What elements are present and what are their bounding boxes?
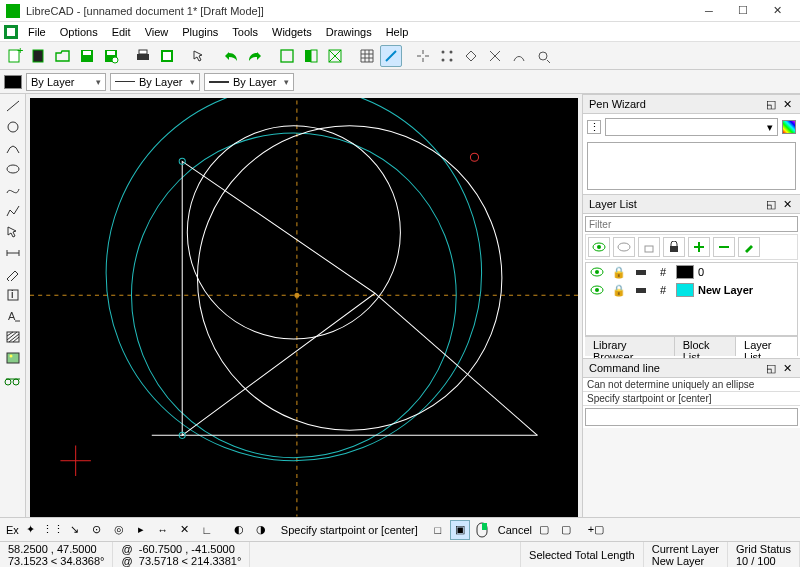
edit-layer-icon[interactable] — [738, 237, 760, 257]
menu-plugins[interactable]: Plugins — [176, 24, 224, 40]
color-swatch[interactable] — [4, 75, 22, 89]
lock-icon[interactable]: 🔒 — [610, 264, 628, 280]
snap-mid-button[interactable] — [484, 45, 506, 67]
menu-edit[interactable]: Edit — [106, 24, 137, 40]
print-preview-button[interactable] — [156, 45, 178, 67]
modify-tool[interactable] — [2, 264, 24, 284]
close-icon[interactable]: ✕ — [780, 197, 794, 211]
zoom-pan-button[interactable] — [300, 45, 322, 67]
show-all-icon[interactable] — [588, 237, 610, 257]
new-button[interactable]: + — [4, 45, 26, 67]
menu-widgets[interactable]: Widgets — [266, 24, 318, 40]
pen-color-combo[interactable]: ▾ — [605, 118, 778, 136]
restrict-ortho-icon[interactable]: ◑ — [251, 520, 271, 540]
snap-int-button[interactable] — [532, 45, 554, 67]
command-input[interactable] — [585, 408, 798, 426]
pen-wizard-text[interactable] — [587, 142, 796, 190]
snap-grid-button[interactable] — [436, 45, 458, 67]
draft-mode-button[interactable] — [380, 45, 402, 67]
maximize-button[interactable]: ☐ — [726, 0, 760, 22]
spline-tool[interactable] — [2, 180, 24, 200]
undock-icon[interactable]: ◱ — [764, 97, 778, 111]
snap-free-icon[interactable]: ✦ — [21, 520, 41, 540]
add-view-icon[interactable]: +▢ — [586, 520, 606, 540]
open-button[interactable] — [52, 45, 74, 67]
layer-row[interactable]: 🔒 # 0 — [586, 263, 797, 281]
color-combo[interactable]: By Layer▾ — [26, 73, 106, 91]
grid-icon[interactable]: # — [654, 282, 672, 298]
snap-center-icon[interactable]: ◎ — [109, 520, 129, 540]
relative-zero-icon[interactable]: □ — [428, 520, 448, 540]
print-icon[interactable] — [632, 264, 650, 280]
undo-button[interactable] — [220, 45, 242, 67]
undock-icon[interactable]: ◱ — [764, 197, 778, 211]
select-tool[interactable] — [2, 222, 24, 242]
lock-all-icon[interactable] — [663, 237, 685, 257]
close-icon[interactable]: ✕ — [780, 361, 794, 375]
hide-all-icon[interactable] — [613, 237, 635, 257]
print-button[interactable] — [132, 45, 154, 67]
lock-icon[interactable]: 🔒 — [610, 282, 628, 298]
snap-int-icon[interactable]: ✕ — [175, 520, 195, 540]
polyline-tool[interactable] — [2, 201, 24, 221]
unlock-all-icon[interactable] — [638, 237, 660, 257]
curve-tool[interactable] — [2, 138, 24, 158]
tab-layer-list[interactable]: Layer List — [736, 337, 798, 356]
drawing-canvas[interactable] — [30, 98, 578, 519]
stepper-icon[interactable]: ⋮ — [587, 120, 601, 134]
menu-drawings[interactable]: Drawings — [320, 24, 378, 40]
add-layer-icon[interactable] — [688, 237, 710, 257]
undock-icon[interactable]: ◱ — [764, 361, 778, 375]
ellipse-tool[interactable] — [2, 159, 24, 179]
close-button[interactable]: ✕ — [760, 0, 794, 22]
cancel-label[interactable]: Cancel — [498, 524, 532, 536]
linetype-combo[interactable]: By Layer▾ — [110, 73, 200, 91]
print-icon[interactable] — [632, 282, 650, 298]
minimize-button[interactable]: ─ — [692, 0, 726, 22]
line-tool[interactable] — [2, 96, 24, 116]
remove-layer-icon[interactable] — [713, 237, 735, 257]
snap-ortho-icon[interactable]: ∟ — [197, 520, 217, 540]
menu-tools[interactable]: Tools — [226, 24, 264, 40]
circle-tool[interactable] — [2, 117, 24, 137]
save-button[interactable] — [76, 45, 98, 67]
info-tool[interactable]: i — [2, 285, 24, 305]
lock-zero-icon[interactable]: ▣ — [450, 520, 470, 540]
menu-help[interactable]: Help — [380, 24, 415, 40]
layer-row[interactable]: 🔒 # New Layer — [586, 281, 797, 299]
menu-view[interactable]: View — [139, 24, 175, 40]
screen1-icon[interactable]: ▢ — [534, 520, 554, 540]
text-tool[interactable]: A — [2, 306, 24, 326]
screen2-icon[interactable]: ▢ — [556, 520, 576, 540]
color-picker-icon[interactable] — [782, 120, 796, 134]
zoom-window-button[interactable] — [276, 45, 298, 67]
redo-button[interactable] — [244, 45, 266, 67]
zoom-auto-button[interactable] — [324, 45, 346, 67]
tab-library-browser[interactable]: Library Browser — [585, 337, 675, 356]
snap-on-entity-icon[interactable]: ⊙ — [87, 520, 107, 540]
lineweight-combo[interactable]: By Layer▾ — [204, 73, 294, 91]
layer-filter-input[interactable] — [585, 216, 798, 232]
save-as-button[interactable] — [100, 45, 122, 67]
select-button[interactable] — [188, 45, 210, 67]
menu-file[interactable]: File — [22, 24, 52, 40]
snap-dist-icon[interactable]: ↔ — [153, 520, 173, 540]
snap-mid-icon[interactable]: ▸ — [131, 520, 151, 540]
grid-button[interactable] — [356, 45, 378, 67]
hatch-tool[interactable] — [2, 327, 24, 347]
snap-center-button[interactable] — [508, 45, 530, 67]
eye-icon[interactable] — [588, 282, 606, 298]
snap-grid-icon[interactable]: ⋮⋮ — [43, 520, 63, 540]
snap-free-button[interactable] — [412, 45, 434, 67]
snap-end-icon[interactable]: ↘ — [65, 520, 85, 540]
image-tool[interactable] — [2, 348, 24, 368]
close-icon[interactable]: ✕ — [780, 97, 794, 111]
tab-block-list[interactable]: Block List — [675, 337, 736, 356]
menu-options[interactable]: Options — [54, 24, 104, 40]
snap-end-button[interactable] — [460, 45, 482, 67]
layer-color-swatch[interactable] — [676, 265, 694, 279]
grid-icon[interactable]: # — [654, 264, 672, 280]
eye-icon[interactable] — [588, 264, 606, 280]
new-tab-button[interactable] — [28, 45, 50, 67]
layer-color-swatch[interactable] — [676, 283, 694, 297]
